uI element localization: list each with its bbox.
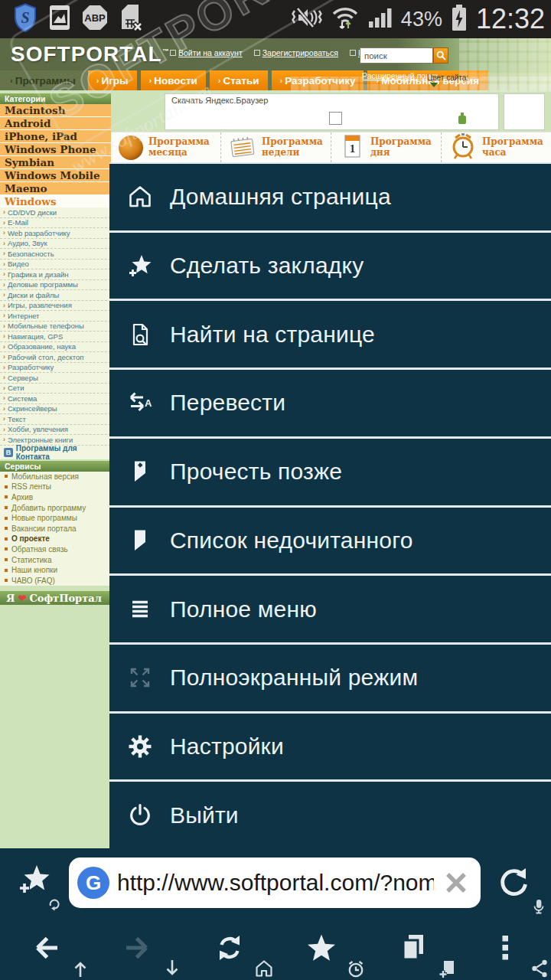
sidebar-subcategory[interactable]: ›Графика и дизайн [0,270,111,280]
sidebar-subcategory[interactable]: ›Хобби, увлечения [0,425,111,436]
ad-banner-side [504,93,545,130]
menu-item-full-menu[interactable]: Полное меню [109,576,551,645]
history-alarm-button[interactable] [346,959,366,978]
menu-item-reading-list[interactable]: Список недочитанного [109,508,551,577]
color-dropdown-icon[interactable] [430,83,438,87]
softportal-love-badge[interactable]: Я❤СофтПортал [0,591,111,605]
sidebar-service-link[interactable]: Обратная связь [0,544,111,555]
scroll-bottom-button[interactable] [162,959,182,978]
sidebar-service-link[interactable]: Новые программы [0,513,111,524]
sidebar-service-link[interactable]: Вакансии портала [0,523,111,534]
microphone-icon[interactable] [531,899,546,919]
antivirus-shield-icon: S [12,3,38,35]
menu-item-find-on-page[interactable]: Найти на странице [109,301,551,370]
sidebar-service-link[interactable]: Статистика [0,554,111,565]
header-link[interactable]: Войти на аккаунт [170,48,243,57]
sidebar-category-active[interactable]: Windows [0,195,111,207]
sidebar-subcategory[interactable]: ›Аудио, Звук [0,239,111,250]
sidebar-category[interactable]: Windows Phone [0,143,111,156]
sidebar-subcategory[interactable]: ›Разработчику [0,363,111,374]
sidebar-subcategory[interactable]: ›Текст [0,414,111,425]
program-of-week[interactable]: Программа недели [220,132,331,162]
sidebar-subcategory[interactable]: ›CD/DVD диски [0,207,111,218]
sidebar-subcategory[interactable]: ›Деловые программы [0,280,111,291]
sidebar-subcategory[interactable]: ›Скринсейверы [0,404,111,415]
arrow-bullet-icon: › [3,353,5,361]
nav-tab[interactable]: ›Игры [88,70,137,90]
sidebar-subcategory[interactable]: ›Рабочий стол, десктоп [0,352,111,363]
sidebar-subcategory[interactable]: ›Диски и файлы [0,290,111,301]
nav-tab[interactable]: ›Программы [2,70,84,90]
nav-tab[interactable]: ›Разработчику [272,70,364,90]
sidebar-category[interactable]: Maemo [0,182,111,195]
sidebar-subcategory[interactable]: ›Интернет [0,311,111,322]
arrow-bullet-icon: › [3,302,5,309]
sidebar-subcategory[interactable]: ›Мобильные телефоны [0,322,111,332]
sidebar-subcategory[interactable]: ›Сети [0,384,111,394]
sidebar-category[interactable]: iPhone, iPad [0,130,111,143]
menu-item-exit[interactable]: Выйти [109,782,551,848]
sidebar-service-link[interactable]: RSS ленты [0,482,111,492]
reading-list-icon [127,528,153,554]
forward-button[interactable] [122,933,153,963]
header-link[interactable]: Зарегистрироваться [254,48,338,57]
site-logo[interactable]: SOFTPORTAL™ [11,42,170,67]
sidebar-subcategory[interactable]: ›E-Mail [0,218,111,229]
url-field[interactable]: G http://www.softportal.com/?nomob [69,858,481,908]
google-favicon: G [77,867,109,899]
sidebar-service-link[interactable]: Наши кнопки [0,565,111,576]
sidebar-category[interactable]: Windows Mobile [0,169,111,182]
status-bar: S ABP 43% 12:32 [0,0,551,38]
sidebar-subcategory[interactable]: ›Web разработчику [0,228,111,239]
phone-screen: S ABP 43% 12:32 SOFTPORTAL™ Войти на акк… [0,0,551,980]
overflow-menu-button[interactable] [490,933,520,963]
sidebar-subcategory[interactable]: ›Образование, наука [0,342,111,353]
add-tab-button[interactable] [438,959,458,978]
arrow-bullet-icon: › [3,415,5,423]
add-bookmark-star-icon[interactable] [17,862,52,900]
home-button[interactable] [254,959,274,978]
menu-item-read-later[interactable]: Прочесть позже [109,439,551,508]
menu-item-fullscreen[interactable]: Полноэкранный режим [109,645,551,714]
sidebar-subcategory[interactable]: ›Навигация, GPS [0,332,111,342]
refresh-button[interactable] [214,933,245,963]
sidebar-category[interactable]: Macintosh [0,104,111,117]
site-color-checkbox[interactable] [329,112,342,125]
sidebar-subcategory[interactable]: ›Безопасность [0,249,111,260]
reload-icon[interactable] [496,864,533,903]
sidebar-service-link[interactable]: ЧАВО (FAQ) [0,575,111,586]
search-input[interactable] [360,47,433,64]
menu-item-translate[interactable]: A Перевести [109,370,551,439]
sidebar-subcategory[interactable]: ›Игры, развлечения [0,301,111,312]
menu-item-settings[interactable]: Настройки [109,714,551,782]
bookmarks-button[interactable] [306,933,337,963]
sidebar-service-link[interactable]: Добавить программу [0,502,111,513]
clear-url-icon[interactable] [442,869,470,900]
vk-programs-link[interactable]: В Программы для Контакта [0,446,111,459]
sidebar-subcategory[interactable]: ›Серверы [0,373,111,384]
program-of-day[interactable]: 1 Программа дня [331,132,441,162]
menu-item-home[interactable]: Домашняя страница [109,164,551,233]
sidebar-category[interactable]: Symbian [0,156,111,169]
back-button[interactable] [31,933,61,963]
sidebar-subcategory[interactable]: ›Видео [0,260,111,270]
program-of-hour[interactable]: Программа часа [441,132,551,162]
program-of-month[interactable]: Программа месяца [111,132,220,162]
svg-text:ABP: ABP [84,12,106,24]
tabs-button[interactable] [398,933,429,963]
menu-item-bookmark[interactable]: Сделать закладку [109,233,551,302]
scroll-top-button[interactable] [70,959,90,978]
power-icon [127,802,153,828]
sidebar-subcategory[interactable]: ›Система [0,394,111,404]
link-icon [170,50,176,56]
sidebar-service-link[interactable]: Архив [0,492,111,503]
nav-tab[interactable]: ›Новости [141,70,206,90]
search-button[interactable] [433,47,448,64]
sidebar-service-link[interactable]: О проекте [0,534,111,544]
sidebar-service-link[interactable]: Мобильная версия [0,472,111,482]
arrow-bullet-icon: › [3,384,5,392]
nav-tab[interactable]: ›Статьи [210,70,268,90]
vk-icon: В [4,448,13,457]
share-button[interactable] [530,959,549,978]
sidebar-category[interactable]: Android [0,117,111,130]
